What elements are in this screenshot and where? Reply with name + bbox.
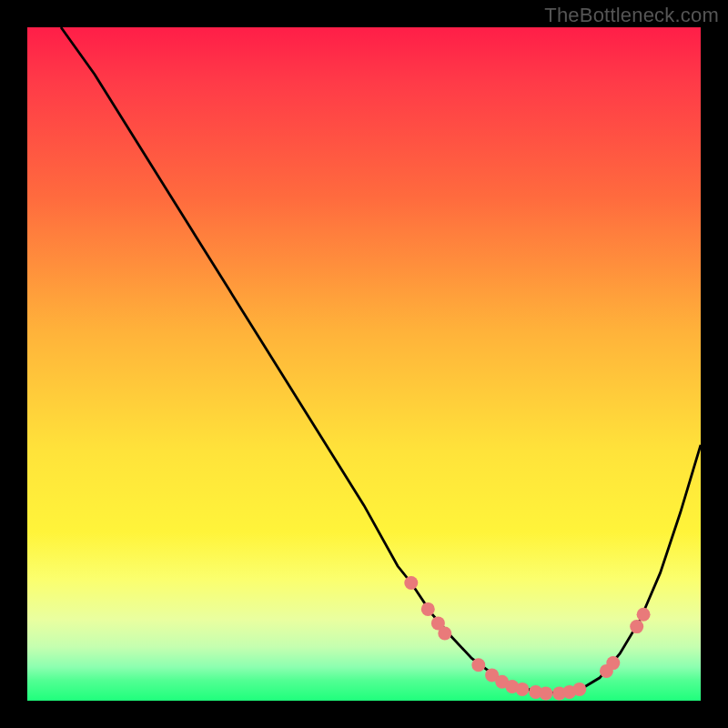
curve-dot (438, 627, 451, 641)
watermark-text: TheBottleneck.com (544, 4, 719, 27)
curve-dot (539, 686, 552, 700)
curve-svg (27, 27, 701, 701)
curve-dot (637, 608, 651, 622)
chart-frame: TheBottleneck.com (0, 0, 728, 728)
curve-dot (606, 656, 620, 670)
plot-area (27, 27, 701, 701)
curve-dot (630, 620, 643, 633)
curve-markers (404, 576, 650, 700)
curve-dot (572, 682, 586, 696)
curve-dot (421, 602, 435, 616)
curve-dot (515, 682, 529, 696)
curve-dot (404, 576, 418, 590)
bottleneck-curve (61, 27, 701, 693)
curve-dot (471, 658, 485, 672)
